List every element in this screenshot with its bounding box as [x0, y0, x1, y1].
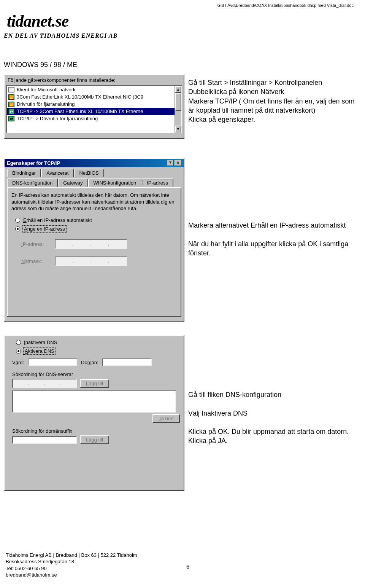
tab-wins-config[interactable]: WINS-konfiguration	[88, 178, 142, 187]
radio-label: Aktivera DNS	[24, 348, 55, 354]
host-domain-row: Värd: Domän:	[12, 359, 180, 366]
netmask-input[interactable]: . . .	[55, 257, 127, 266]
scroll-down-button[interactable]: ▼	[175, 126, 181, 132]
close-button[interactable]: ✕	[175, 160, 181, 166]
tabs-row-2: DNS-konfiguration Gateway WINS-konfigura…	[5, 177, 184, 187]
radio-label: Ange en IP-adress	[23, 226, 66, 232]
network-components-panel: Följande nätverkskomponenter finns insta…	[4, 74, 184, 139]
domain-suffix-input-row: Lägg till	[12, 435, 180, 444]
header-file-path: G:\IT Avd\Bredband\COAX Installationshan…	[217, 3, 354, 8]
list-item-selected[interactable]: ⇄TCP/IP -> 3Com Fast EtherLink XL 10/100…	[7, 108, 181, 115]
domain-suffix-group-label: Sökordning för domänsuffix	[12, 428, 180, 434]
logo-text: tidanet.se	[7, 12, 68, 30]
radio-label: EErhåll en IP-adress automatisktrhåll en…	[23, 217, 92, 223]
adapter-icon: 📶	[8, 102, 14, 107]
radio-icon	[16, 340, 21, 345]
dns-server-ip-input[interactable]: . . .	[12, 379, 77, 388]
footer-line-4: bredband@tidaholm.se	[6, 572, 137, 578]
list-item[interactable]: 📶3Com Fast EtherLink XL 10/100Mb TX Ethe…	[7, 93, 181, 100]
tcpip-properties-dialog: Egenskaper för TCP/IP ? ✕ Bindningar Ava…	[4, 158, 184, 322]
company-logo-block: tidanet.se EN DEL AV TIDAHOLMS ENERGI AB	[4, 11, 156, 39]
tab-dns-config[interactable]: DNS-konfiguration	[7, 178, 58, 187]
instruction-block-2: Markera alternativet Erhåll en IP-adress…	[188, 221, 359, 258]
section-heading: WINDOWS 95 / 98 / ME	[4, 61, 77, 69]
footer-line-3: Tel: 0502-60 65 90	[6, 565, 137, 572]
page-number: 6	[186, 563, 189, 570]
vertical-scrollbar[interactable]: ▲ ▼	[175, 86, 181, 132]
ip-description-text: En IP-adress kan automatiskt tilldelas d…	[11, 192, 177, 212]
add-suffix-button[interactable]: Lägg till	[80, 435, 109, 444]
instruction-block-1: Gå till Start > Inställningar > Kontroll…	[188, 78, 359, 124]
list-item[interactable]: Klient för Microsoft-nätverk	[7, 86, 181, 93]
radio-icon	[16, 349, 21, 354]
protocol-icon: ⇄	[8, 109, 14, 114]
footer-line-1: Tidaholms Energi AB | Bredband | Box 63 …	[6, 552, 137, 559]
scroll-up-button[interactable]: ▲	[175, 86, 181, 93]
host-input[interactable]	[28, 359, 77, 366]
radio-label: Inaktivera DNS	[24, 339, 57, 345]
ip-address-label: IP-adress:	[21, 241, 52, 247]
ip-address-input[interactable]: . . .	[55, 239, 127, 249]
domain-suffix-input[interactable]	[12, 436, 77, 444]
netmask-field-row: Nätmask: . . .	[21, 257, 177, 266]
company-logo: tidanet.se	[4, 11, 156, 31]
tabs-row-1: Bindningar Avancerat NetBIOS	[5, 167, 184, 177]
scroll-thumb[interactable]	[175, 93, 181, 111]
radio-disable-dns[interactable]: Inaktivera DNS	[16, 339, 180, 345]
components-label: Följande nätverkskomponenter finns insta…	[8, 77, 181, 83]
radio-obtain-auto[interactable]: EErhåll en IP-adress automatisktrhåll en…	[15, 217, 177, 223]
list-item[interactable]: 📶Drivrutin för fjärranslutning	[7, 100, 181, 108]
instruction-block-3: Gå till fliken DNS-konfiguration Välj In…	[188, 390, 359, 446]
components-listbox[interactable]: Klient för Microsoft-nätverk 📶3Com Fast …	[6, 85, 182, 133]
footer-line-2: Besöksadress Smedjegatan 18	[6, 558, 137, 565]
dns-server-input-row: . . . Lägg till	[12, 379, 180, 388]
ip-address-field-row: IP-adress: . . .	[21, 239, 177, 249]
radio-icon	[15, 218, 20, 223]
dns-config-panel: Inaktivera DNS Aktivera DNS Värd: Domän:…	[4, 335, 184, 491]
netmask-label: Nätmask:	[21, 258, 52, 264]
computer-icon	[8, 87, 14, 92]
tab-bindings[interactable]: Bindningar	[7, 169, 41, 177]
page-footer: Tidaholms Energi AB | Bredband | Box 63 …	[6, 552, 137, 578]
dialog-titlebar: Egenskaper för TCP/IP ? ✕	[5, 159, 184, 167]
logo-tagline: EN DEL AV TIDAHOLMS ENERGI AB	[4, 32, 156, 39]
tab-netbios[interactable]: NetBIOS	[74, 169, 104, 177]
domain-label: Domän:	[81, 360, 98, 365]
radio-specify-ip[interactable]: Ange en IP-adress	[15, 226, 177, 232]
dns-servers-group-label: Sökordning för DNS-servrar	[12, 371, 180, 377]
host-label: Värd:	[12, 360, 24, 365]
add-dns-button[interactable]: Lägg till	[80, 379, 109, 388]
domain-input[interactable]	[102, 359, 152, 366]
dns-servers-list[interactable]	[12, 390, 176, 413]
tab-gateway[interactable]: Gateway	[58, 178, 88, 187]
adapter-icon: 📶	[8, 94, 14, 100]
tab-ip-address[interactable]: IP-adress	[141, 178, 173, 187]
list-item[interactable]: ⇄TCP/IP -> Drivrutin för fjärranslutning	[7, 115, 181, 122]
help-button[interactable]: ?	[167, 160, 174, 166]
dialog-title: Egenskaper för TCP/IP	[7, 160, 60, 166]
radio-icon	[15, 226, 20, 231]
tab-panel-ip-address: En IP-adress kan automatiskt tilldelas d…	[7, 187, 181, 317]
tab-advanced[interactable]: Avancerat	[41, 169, 74, 177]
remove-dns-button[interactable]: Ta bort	[152, 414, 180, 423]
protocol-icon: ⇄	[8, 116, 14, 121]
radio-enable-dns[interactable]: Aktivera DNS	[16, 348, 180, 354]
